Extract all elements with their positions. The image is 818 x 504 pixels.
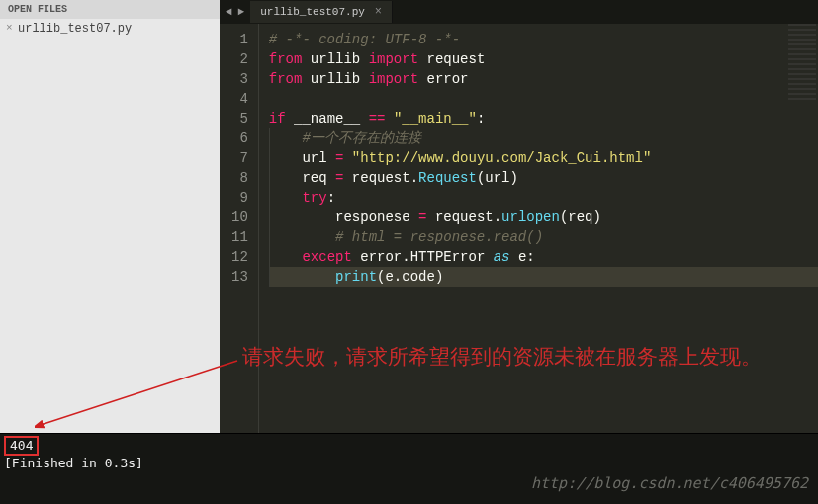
code-line[interactable]: responese = request.urlopen(req) xyxy=(269,208,818,227)
code-line[interactable]: except error.HTTPError as e: xyxy=(269,247,818,267)
code-line[interactable]: try: xyxy=(269,188,818,208)
line-number: 4 xyxy=(231,89,248,109)
line-number: 3 xyxy=(231,69,248,89)
tab-next-icon[interactable]: ► xyxy=(238,6,245,18)
line-number: 8 xyxy=(231,168,248,188)
close-icon[interactable]: × xyxy=(375,5,382,19)
open-files-header: OPEN FILES xyxy=(0,0,220,19)
line-number: 9 xyxy=(231,188,248,208)
code-line[interactable]: #一个不存在的连接 xyxy=(269,128,818,148)
sidebar-file[interactable]: × urllib_test07.py xyxy=(0,19,220,39)
close-icon[interactable]: × xyxy=(6,22,13,34)
line-number: 5 xyxy=(231,109,248,128)
line-number: 6 xyxy=(231,128,248,148)
tab-bar: ◄ ► urllib_test07.py × xyxy=(220,0,818,24)
watermark: http://blog.csdn.net/c406495762 xyxy=(531,474,808,492)
code-line[interactable]: req = request.Request(url) xyxy=(269,168,818,188)
output-status-code: 404 xyxy=(4,436,39,456)
code-line[interactable]: # -*- coding: UTF-8 -*- xyxy=(269,30,818,49)
output-console: 404 [Finished in 0.3s] xyxy=(0,433,818,504)
code-line[interactable]: print(e.code) xyxy=(269,267,818,287)
output-finished: [Finished in 0.3s] xyxy=(4,456,814,471)
code-line[interactable]: # html = responese.read() xyxy=(269,227,818,247)
line-number: 10 xyxy=(231,208,248,227)
tab-label: urllib_test07.py xyxy=(260,6,365,18)
annotation-text: 请求失败，请求所希望得到的资源未被在服务器上发现。 xyxy=(242,342,776,372)
line-number: 2 xyxy=(231,49,248,69)
line-number: 11 xyxy=(231,227,248,247)
line-number: 7 xyxy=(231,148,248,168)
code-line[interactable]: url = "http://www.douyu.com/Jack_Cui.htm… xyxy=(269,148,818,168)
line-number: 13 xyxy=(231,267,248,287)
sidebar-file-label: urllib_test07.py xyxy=(18,22,132,36)
sidebar: OPEN FILES × urllib_test07.py xyxy=(0,0,220,433)
tab-prev-icon[interactable]: ◄ xyxy=(226,6,232,18)
minimap[interactable] xyxy=(788,24,816,103)
line-number: 12 xyxy=(231,247,248,267)
code-line[interactable] xyxy=(269,89,818,109)
code-line[interactable]: if __name__ == "__main__": xyxy=(269,109,818,128)
code-line[interactable]: from urllib import error xyxy=(269,69,818,89)
tab-file[interactable]: urllib_test07.py × xyxy=(250,1,393,23)
code-line[interactable]: from urllib import request xyxy=(269,49,818,69)
line-number: 1 xyxy=(231,30,248,49)
